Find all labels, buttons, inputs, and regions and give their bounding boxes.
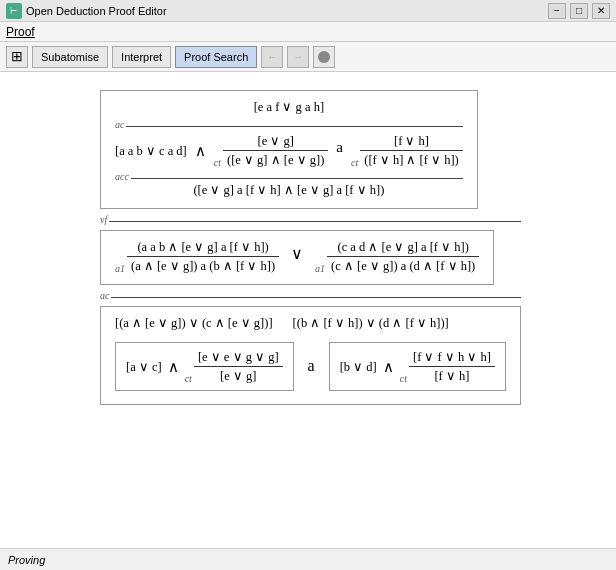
middle-proof-box: a1 (a a b ∧ [e ∨ g] a [f ∨ h]) (a ∧ [e ∨…	[100, 230, 494, 285]
wedge-1: ∧	[195, 142, 206, 160]
wedge-3: ∧	[383, 358, 394, 376]
stop-icon	[318, 51, 330, 63]
bottom-left-label: [(a ∧ [e ∨ g]) ∨ (c ∧ [e ∨ g])]	[115, 315, 273, 331]
wedge-2: ∧	[168, 358, 179, 376]
ct-label-1: ct	[214, 157, 221, 168]
bottom-proof-box: [(a ∧ [e ∨ g]) ∨ (c ∧ [e ∨ g])] [(b ∧ [f…	[100, 306, 521, 405]
window-title: Open Deduction Proof Editor	[26, 5, 548, 17]
a-connector: a	[336, 139, 343, 156]
bottom-right-frac: [f ∨ f ∨ h ∨ h] [f ∨ h]	[409, 349, 495, 384]
acc-label: acc	[115, 171, 129, 182]
app-icon: ⊢	[6, 3, 22, 19]
frac1-num: [e ∨ g]	[253, 133, 297, 149]
ac-label-1: ac	[115, 119, 124, 130]
left-premise: [a a b ∨ c a d]	[115, 143, 187, 159]
toolbar: ⊞ Subatomise Interpret Proof Search ← →	[0, 42, 616, 72]
redo-button[interactable]: →	[287, 46, 309, 68]
menu-bar: Proof	[0, 22, 616, 42]
lmf-num: (a a b ∧ [e ∨ g] a [f ∨ h])	[133, 239, 272, 255]
a1-label-2: a1	[315, 263, 325, 274]
status-text: Proving	[8, 554, 45, 566]
a1-label-1: a1	[115, 263, 125, 274]
brf-num: [f ∨ f ∨ h ∨ h]	[409, 349, 495, 365]
stop-button[interactable]	[313, 46, 335, 68]
close-button[interactable]: ✕	[592, 3, 610, 19]
top-proof-box: [e a f ∨ g a h] ac [a a b ∨ c a d] ∧	[100, 90, 478, 209]
a-connector-2: a	[308, 357, 315, 375]
rmf-den: (c ∧ [e ∨ g]) a (d ∧ [f ∨ h])	[327, 258, 479, 274]
brf-den: [f ∨ h]	[430, 368, 473, 384]
undo-button[interactable]: ←	[261, 46, 283, 68]
ct-label-2: ct	[351, 157, 358, 168]
frac2-num: [f ∨ h]	[390, 133, 433, 149]
window-controls: − □ ✕	[548, 3, 610, 19]
ct-label-3: ct	[185, 373, 192, 384]
bottom-left-frac: [e ∨ e ∨ g ∨ g] [e ∨ g]	[194, 349, 283, 384]
proof-display: [e a f ∨ g a h] ac [a a b ∨ c a d] ∧	[10, 82, 606, 413]
rmf-num: (c a d ∧ [e ∨ g] a [f ∨ h])	[333, 239, 472, 255]
blf-num: [e ∨ e ∨ g ∨ g]	[194, 349, 283, 365]
vf-label: vf	[100, 214, 107, 225]
title-bar: ⊢ Open Deduction Proof Editor − □ ✕	[0, 0, 616, 22]
vee-middle: ∨	[291, 244, 303, 263]
ct-label-4: ct	[400, 373, 407, 384]
frac1-den: ([e ∨ g] ∧ [e ∨ g])	[223, 152, 328, 168]
maximize-button[interactable]: □	[570, 3, 588, 19]
grid-icon-button[interactable]: ⊞	[6, 46, 28, 68]
left-frac: [e ∨ g] ([e ∨ g] ∧ [e ∨ g])	[223, 133, 328, 168]
minimize-button[interactable]: −	[548, 3, 566, 19]
combined-formula: ([e ∨ g] a [f ∨ h] ∧ [e ∨ g] a [f ∨ h])	[115, 182, 463, 198]
avee-c: [a ∨ c]	[126, 359, 162, 375]
ac-label-2: ac	[100, 290, 109, 301]
right-frac: [f ∨ h] ([f ∨ h] ∧ [f ∨ h])	[360, 133, 463, 168]
blf-den: [e ∨ g]	[216, 368, 260, 384]
bottom-right-label: [(b ∧ [f ∨ h]) ∨ (d ∧ [f ∨ h])]	[293, 315, 449, 331]
main-content: [e a f ∨ g a h] ac [a a b ∨ c a d] ∧	[0, 72, 616, 548]
bvee-d: [b ∨ d]	[340, 359, 377, 375]
subatomise-button[interactable]: Subatomise	[32, 46, 108, 68]
status-bar: Proving	[0, 548, 616, 570]
frac2-den: ([f ∨ h] ∧ [f ∨ h])	[360, 152, 463, 168]
right-middle-frac: (c a d ∧ [e ∨ g] a [f ∨ h]) (c ∧ [e ∨ g]…	[327, 239, 479, 274]
proof-search-button[interactable]: Proof Search	[175, 46, 257, 68]
top-formula: [e a f ∨ g a h]	[254, 99, 324, 115]
lmf-den: (a ∧ [e ∨ g]) a (b ∧ [f ∨ h])	[127, 258, 279, 274]
menu-proof[interactable]: Proof	[6, 25, 35, 39]
interpret-button[interactable]: Interpret	[112, 46, 171, 68]
left-middle-frac: (a a b ∧ [e ∨ g] a [f ∨ h]) (a ∧ [e ∨ g]…	[127, 239, 279, 274]
